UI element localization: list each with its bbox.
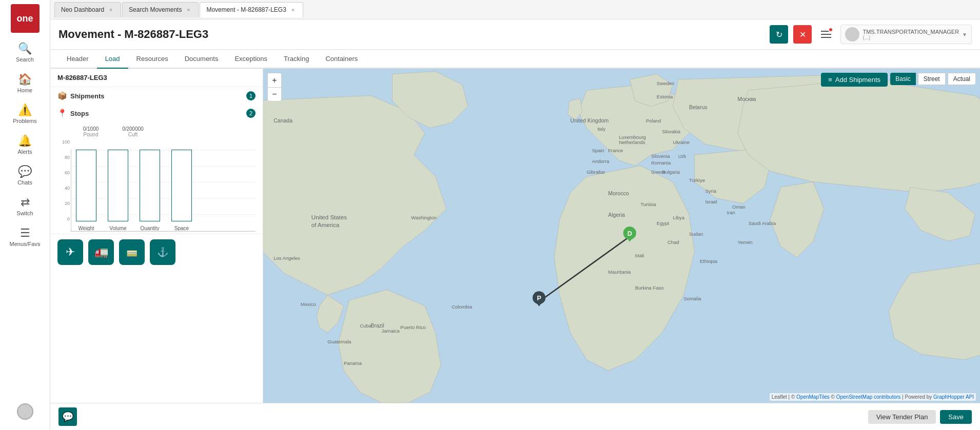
switch-icon: ⇄ — [21, 196, 30, 209]
tab-documents[interactable]: Documents — [177, 50, 227, 69]
map-view-street-button[interactable]: Street — [918, 73, 946, 85]
shipments-label: Shipments — [70, 92, 243, 100]
tab-containers[interactable]: Containers — [317, 50, 366, 69]
sidebar-item-label: Menus/Favs — [10, 241, 41, 247]
country-label-slovenia: Slovenia — [651, 153, 670, 159]
country-label-gibraltar: Gibraltar — [586, 169, 605, 175]
shipments-section-header[interactable]: 📦 Shipments 1 — [50, 87, 263, 105]
map-view-actual-button[interactable]: Actual — [948, 73, 976, 85]
country-label-puertorico: Puerto Rico — [400, 324, 425, 330]
country-label-uk: United Kingdom — [571, 117, 609, 124]
y-label: 0 — [57, 216, 70, 221]
bar-space-wrapper — [171, 150, 192, 221]
notification-dot — [828, 27, 833, 32]
country-label-poland: Poland — [646, 118, 661, 124]
y-label: 20 — [57, 201, 70, 206]
tab-load[interactable]: Load — [97, 50, 128, 69]
country-label-uzbk: Uzb — [678, 154, 686, 159]
bottom-bar: 💬 View Tender Plan Save — [50, 403, 980, 430]
tab-neo-dashboard[interactable]: Neo Dashboard × — [54, 2, 121, 17]
close-button[interactable]: ✕ — [793, 25, 812, 44]
view-tender-plan-button[interactable]: View Tender Plan — [868, 410, 936, 424]
country-label-netherlands: Netherlands — [619, 139, 645, 145]
country-label-losangeles: Los Angeles — [273, 255, 300, 261]
tab-movement-detail[interactable]: Movement - M-826887-LEG3 × — [200, 2, 303, 17]
tab-label: Neo Dashboard — [61, 6, 104, 13]
sidebar-item-user-avatar[interactable] — [13, 398, 37, 425]
menu-icon: ☰ — [20, 227, 30, 240]
country-label-sudan: Sudan — [689, 231, 703, 237]
transport-rail-button[interactable]: 🚃 — [119, 239, 145, 265]
country-label-usa2: of America — [311, 222, 340, 228]
sidebar-item-label: Search — [16, 56, 34, 63]
transport-ship-button[interactable]: ⚓ — [150, 239, 175, 265]
svg-text:P: P — [537, 295, 541, 302]
chat-bubble-button[interactable]: 💬 — [58, 407, 77, 426]
transport-air-button[interactable]: ✈ — [57, 239, 83, 265]
bar-space: Space — [169, 150, 194, 231]
tab-search-movements[interactable]: Search Movements × — [122, 2, 199, 17]
tab-exceptions[interactable]: Exceptions — [226, 50, 276, 69]
sidebar-item-menus[interactable]: ☰ Menus/Favs — [0, 221, 50, 252]
sidebar-item-chats[interactable]: 💬 Chats — [0, 160, 50, 191]
country-label-morocco: Morocco — [608, 190, 629, 196]
add-shipments-button[interactable]: ≡ Add Shipments — [821, 73, 888, 87]
openmaptiles-link[interactable]: OpenMapTiles — [796, 394, 830, 400]
sidebar-item-home[interactable]: 🏠 Home — [0, 68, 50, 98]
sidebar-item-problems[interactable]: ⚠️ Problems — [0, 98, 50, 129]
country-label-syria: Syria — [705, 188, 717, 194]
stops-icon: 📍 — [57, 109, 67, 118]
country-label-israel: Israel — [705, 199, 717, 204]
sidebar-item-switch[interactable]: ⇄ Switch — [0, 191, 50, 221]
country-label-cuba: Cuba — [360, 323, 371, 329]
country-label-slovakia: Slovakia — [662, 129, 680, 134]
country-label-mauritania: Mauritania — [608, 269, 631, 275]
stops-label: Stops — [70, 110, 243, 117]
refresh-button[interactable]: ↻ — [770, 25, 788, 44]
sidebar-item-label: Alerts — [17, 149, 32, 155]
country-label-turkey: Türkiye — [689, 177, 705, 183]
bar-quantity-wrapper — [140, 150, 160, 221]
country-label-ukraine: Ukraine — [673, 139, 690, 145]
tab-close-neo-dashboard[interactable]: × — [107, 6, 114, 13]
tab-close-search-movements[interactable]: × — [185, 6, 192, 13]
tab-header[interactable]: Header — [58, 50, 97, 69]
country-label-usa: United States — [311, 214, 347, 220]
country-label-mali: Mali — [635, 253, 644, 258]
tab-label: Search Movements — [129, 6, 182, 13]
sidebar-item-search[interactable]: 🔍 Search — [0, 37, 50, 68]
transport-truck-button[interactable]: 🚛 — [88, 239, 114, 265]
map-view-basic-button[interactable]: Basic — [890, 73, 915, 85]
user-avatar — [845, 27, 859, 42]
zoom-controls: + − — [267, 73, 282, 101]
stops-section-header[interactable]: 📍 Stops 2 — [50, 105, 263, 122]
app-logo: one — [11, 4, 40, 33]
country-label-estonia: Estonia — [657, 94, 673, 99]
country-label-panama: Panama — [344, 360, 362, 366]
svg-text:D: D — [628, 230, 632, 237]
shipments-count: 1 — [246, 91, 256, 100]
country-label-saudiarabia: Saudi Arabia — [749, 220, 776, 226]
sidebar-item-label: Switch — [16, 210, 33, 216]
transport-icons: ✈ 🚛 🚃 ⚓ — [50, 234, 263, 270]
bar-volume: Volume — [105, 150, 131, 231]
tab-close-movement-detail[interactable]: × — [289, 6, 297, 13]
sidebar-item-label: Chats — [17, 179, 32, 186]
openstreetmap-link[interactable]: OpenStreetMap contributors — [836, 394, 901, 400]
zoom-out-button[interactable]: − — [267, 87, 282, 101]
tab-resources[interactable]: Resources — [128, 50, 177, 69]
user-dropdown[interactable]: TMS.TRANSPORTATION_MANAGER (...) ▼ — [840, 25, 972, 44]
country-label-burkinafaso: Burkina Faso — [635, 285, 664, 291]
sidebar-item-label: Home — [17, 87, 32, 93]
graphhopper-link[interactable]: GraphHopper API — [933, 394, 974, 400]
sidebar-item-alerts[interactable]: 🔔 Alerts — [0, 129, 50, 160]
country-label-iran: Iran — [727, 210, 735, 215]
search-icon: 🔍 — [18, 42, 32, 55]
weight-unit: Pound — [84, 132, 99, 137]
save-button[interactable]: Save — [940, 410, 972, 424]
tab-tracking[interactable]: Tracking — [276, 50, 317, 69]
chart-labels-top: 0/1000 Pound 0/200000 Cuft — [57, 126, 256, 137]
shipments-icon: 📦 — [57, 91, 67, 100]
zoom-in-button[interactable]: + — [267, 73, 282, 87]
menu-button[interactable] — [817, 25, 835, 44]
